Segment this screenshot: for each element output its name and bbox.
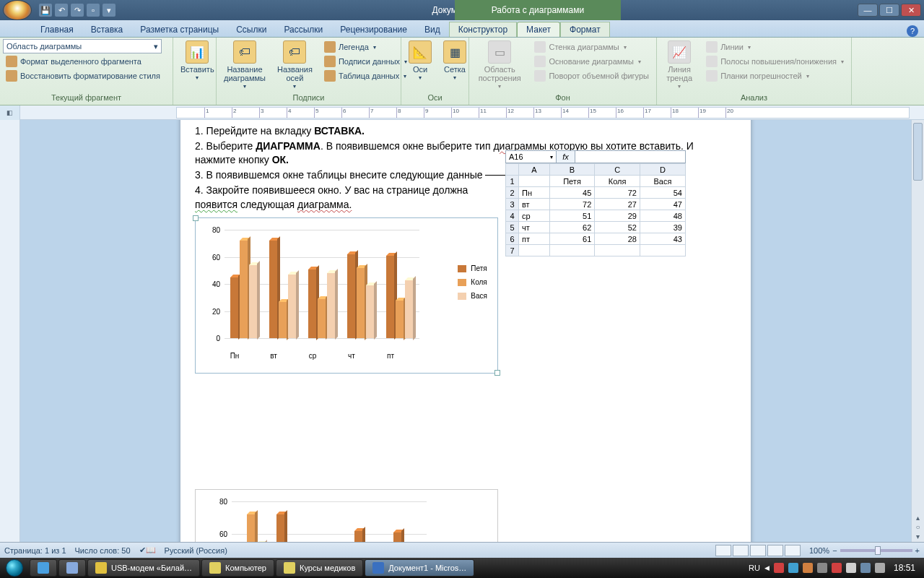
group-analysis: Анализ: [660, 92, 848, 103]
tab-page-layout[interactable]: Разметка страницы: [131, 22, 227, 37]
status-language[interactable]: Русский (Россия): [165, 546, 227, 555]
embedded-spreadsheet[interactable]: A16▾ fx ABCD1ПетяКоляВася2Пн4572543вт722…: [505, 150, 686, 256]
updown-bars-button[interactable]: Полосы повышения/понижения▾: [703, 55, 847, 68]
volume-icon[interactable]: [875, 563, 885, 573]
zoom-control[interactable]: 100% − +: [809, 546, 920, 555]
desktop-icon: [66, 562, 78, 574]
windows-taskbar: USB-модем «Билай… Компьютер Курсы медико…: [0, 558, 924, 578]
status-spellcheck-icon[interactable]: ✔📖: [139, 545, 156, 555]
name-box[interactable]: A16▾: [506, 151, 557, 163]
save-icon[interactable]: 💾: [39, 4, 52, 17]
view-print-layout[interactable]: [715, 545, 731, 556]
formula-bar[interactable]: [575, 151, 685, 163]
zoom-in-icon[interactable]: +: [915, 546, 920, 555]
view-web-layout[interactable]: [750, 545, 766, 556]
zoom-level[interactable]: 100%: [809, 546, 829, 555]
office-button[interactable]: [3, 0, 32, 20]
spreadsheet-grid[interactable]: ABCD1ПетяКоляВася2Пн4572543вт7227474ср51…: [505, 163, 686, 256]
tab-references[interactable]: Ссылки: [227, 22, 275, 37]
trendline-button[interactable]: 📈Линия тренда▾: [660, 39, 699, 92]
tray-icon[interactable]: [817, 563, 827, 573]
data-table-button[interactable]: Таблица данных▾: [321, 69, 410, 82]
task-computer[interactable]: Компьютер: [201, 559, 274, 577]
start-button[interactable]: [0, 558, 29, 578]
task-courses[interactable]: Курсы медиков: [276, 559, 363, 577]
data-labels-button[interactable]: Подписи данных▾: [321, 55, 410, 68]
status-page[interactable]: Страница: 1 из 1: [4, 546, 66, 555]
data-table-icon: [324, 70, 336, 82]
task-usb-modem[interactable]: USB-модем «Билай…: [87, 559, 200, 577]
legend-button[interactable]: Легенда▾: [321, 40, 410, 53]
chart-title-button[interactable]: 🏷Название диаграммы▾: [219, 39, 270, 92]
tab-view[interactable]: Вид: [416, 22, 449, 37]
rotation-button[interactable]: Поворот объемной фигуры: [531, 69, 652, 82]
ruler-corner-icon[interactable]: ◧: [0, 105, 20, 120]
error-bars-icon: [706, 70, 718, 82]
tab-layout[interactable]: Макет: [517, 22, 560, 37]
tab-mailings[interactable]: Рассылки: [275, 22, 331, 37]
task-word[interactable]: Документ1 - Micros…: [365, 559, 474, 577]
fx-icon[interactable]: fx: [557, 151, 575, 163]
chart-object-2[interactable]: 020406080: [195, 489, 498, 542]
chart-element-selector[interactable]: Область диаграммы▾: [3, 39, 162, 53]
chart-object[interactable]: 020406080 ПетяКоляВася Пнвтсрчтпт: [195, 217, 498, 374]
tab-home[interactable]: Главная: [32, 22, 82, 37]
tab-design[interactable]: Конструктор: [449, 22, 517, 37]
language-indicator[interactable]: RU: [749, 564, 760, 572]
view-draft[interactable]: [785, 545, 801, 556]
document-page[interactable]: 1. Перейдите на вкладку ВСТАВКА. 2. Выбе…: [180, 120, 751, 542]
minimize-button[interactable]: —: [858, 4, 878, 17]
qat-more-icon[interactable]: ▾: [103, 4, 116, 17]
qat-icon[interactable]: ▫: [87, 4, 100, 17]
tray-icon[interactable]: [832, 563, 842, 573]
clock[interactable]: 18:51: [889, 563, 920, 573]
group-axes: Оси: [404, 92, 466, 103]
vertical-ruler[interactable]: [0, 120, 20, 542]
quicklaunch-desktop[interactable]: [58, 559, 86, 577]
tab-review[interactable]: Рецензирование: [331, 22, 416, 37]
axes-button[interactable]: 📐Оси▾: [404, 39, 436, 83]
ruler-row: ◧ 1234567891011121314151617181920: [0, 105, 924, 120]
help-icon[interactable]: ?: [907, 25, 918, 37]
view-full-screen[interactable]: [733, 545, 749, 556]
vertical-scrollbar[interactable]: ▴○▾: [911, 120, 924, 542]
status-words[interactable]: Число слов: 50: [75, 546, 131, 555]
tray-icon[interactable]: [774, 563, 784, 573]
quicklaunch-ie[interactable]: [30, 559, 57, 577]
browse-object-icon[interactable]: ○: [915, 523, 920, 531]
plot-area-button[interactable]: ▭Область построения▾: [472, 39, 527, 92]
scroll-page-up-icon[interactable]: ▴: [916, 514, 920, 522]
redo-icon[interactable]: ↷: [71, 4, 84, 17]
gridlines-button[interactable]: ▦Сетка▾: [439, 39, 471, 83]
network-icon[interactable]: [860, 563, 871, 573]
contextual-tab-title: Работа с диаграммами: [455, 0, 621, 20]
undo-icon[interactable]: ↶: [55, 4, 68, 17]
chart-wall-button[interactable]: Стенка диаграммы▾: [531, 40, 652, 53]
tray-expand-icon[interactable]: ◀: [764, 564, 770, 571]
tab-format[interactable]: Формат: [560, 22, 610, 37]
view-outline[interactable]: [767, 545, 783, 556]
scroll-page-down-icon[interactable]: ▾: [916, 532, 920, 540]
close-button[interactable]: ✕: [901, 4, 921, 17]
zoom-out-icon[interactable]: −: [832, 546, 837, 555]
tab-insert[interactable]: Вставка: [82, 22, 132, 37]
reset-style-button[interactable]: Восстановить форматирование стиля: [3, 69, 163, 82]
format-selection-button[interactable]: Формат выделенного фрагмента: [3, 55, 144, 68]
tray-icon[interactable]: [846, 563, 856, 573]
axis-titles-button[interactable]: 🏷Названия осей▾: [273, 39, 317, 92]
error-bars-button[interactable]: Планки погрешностей▾: [703, 69, 847, 82]
view-buttons: [715, 545, 801, 556]
group-background: Фон: [472, 92, 653, 103]
axis-titles-icon: 🏷: [283, 40, 306, 64]
maximize-button[interactable]: ☐: [879, 4, 899, 17]
group-labels: Подписи: [219, 92, 398, 103]
zoom-slider-knob[interactable]: [875, 546, 881, 555]
chart-floor-button[interactable]: Основание диаграммы▾: [531, 55, 652, 68]
modem-icon: [95, 562, 107, 574]
horizontal-ruler[interactable]: 1234567891011121314151617181920: [176, 107, 910, 118]
lines-button[interactable]: Линии▾: [703, 40, 847, 53]
tray-icon[interactable]: [788, 563, 798, 573]
insert-button[interactable]: 📊Вставить▾: [176, 39, 219, 83]
scrollbar-thumb[interactable]: [913, 123, 923, 181]
tray-icon[interactable]: [803, 563, 813, 573]
